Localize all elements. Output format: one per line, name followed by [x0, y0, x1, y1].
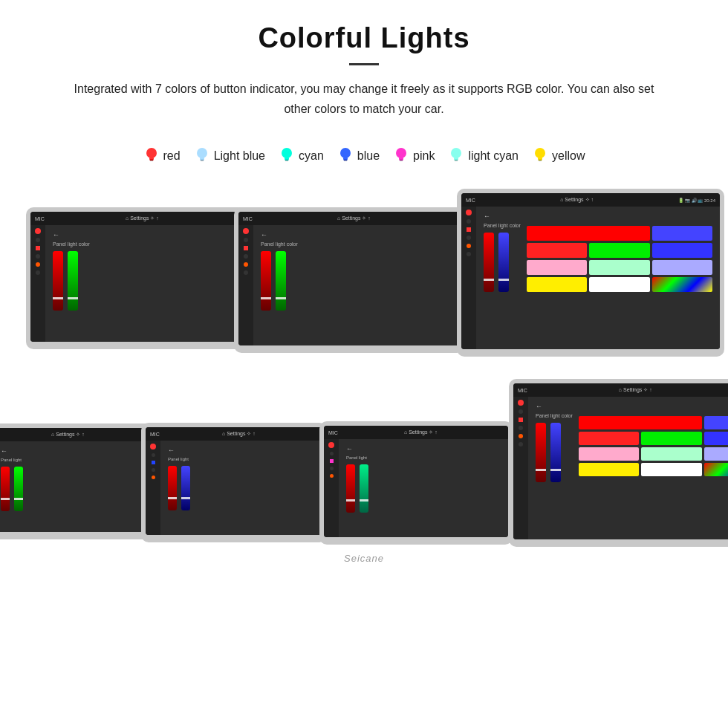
watermark: Seicane: [22, 547, 706, 568]
device-screen-top-3: MIC ⌂ Settings ✧ ↑ 🔋 📷 🔊 📺 20:24: [461, 193, 720, 349]
slider-blue-b2: [181, 466, 190, 510]
slider-blue-3: [498, 233, 509, 292]
svg-rect-14: [343, 160, 347, 161]
slider-red-b2: [168, 466, 177, 510]
slider-red-b3: [346, 464, 355, 513]
panel-light-label-b2: Panel light: [168, 457, 315, 461]
slider-red-3: [484, 233, 494, 292]
main-content: ← Panel light color: [45, 225, 244, 342]
sliders-b4: [536, 423, 573, 482]
color-grid-b4: [579, 416, 728, 533]
device-bottom-3: MIC ⌂ Settings ✧ ↑ ← Panel light: [319, 421, 513, 545]
svg-rect-26: [539, 160, 542, 161]
svg-rect-3: [150, 160, 153, 161]
panel-light-label-2: Panel light color: [261, 241, 452, 247]
color-cell-lavender: [652, 260, 712, 275]
sliders-container-3: [484, 233, 521, 292]
back-arrow-b2: ←: [168, 447, 315, 454]
device-bottom-1: MIC ⌂ Settings ✧ ↑ ← Panel light: [0, 423, 152, 539]
slider-green-b1: [14, 467, 23, 511]
color-cell-blue: [652, 226, 712, 241]
device-screen-bottom-1: MIC ⌂ Settings ✧ ↑ ← Panel light: [0, 428, 148, 532]
back-arrow-b4: ←: [536, 403, 573, 410]
bulb-icon-lightcyan: [448, 146, 464, 166]
svg-rect-11: [285, 160, 288, 161]
device-top-3: MIC ⌂ Settings ✧ ↑ 🔋 📷 🔊 📺 20:24: [457, 189, 724, 357]
sliders-b2: [168, 466, 315, 510]
page-title: Colorful Lights: [15, 22, 713, 54]
slider-red-2: [261, 251, 271, 311]
color-label-yellow: yellow: [552, 149, 585, 163]
slider-blue-b4: [550, 423, 561, 482]
panel-light-label: Panel light color: [53, 241, 237, 247]
color-cell-blue2: [652, 243, 712, 258]
color-grid: [527, 226, 712, 292]
bulb-icon-blue: [337, 146, 354, 166]
color-item-yellow: yellow: [532, 146, 585, 166]
screen-body-2: ← Panel light color: [238, 225, 460, 345]
bulb-icon-cyan: [279, 146, 295, 166]
panel-light-label-3: Panel light color: [484, 223, 521, 228]
back-arrow-2: ←: [261, 231, 452, 238]
back-arrow-b3: ←: [346, 445, 501, 452]
description-text: Integrated with 7 colors of button indic…: [59, 79, 669, 119]
svg-point-4: [197, 148, 207, 158]
svg-rect-2: [149, 160, 153, 161]
device-screen-bottom-2: MIC ⌂ Settings ✧ ↑ ← Panel light: [146, 427, 322, 535]
color-item-cyan: cyan: [279, 146, 324, 166]
bulb-icon-red: [143, 146, 160, 166]
slider-green-2: [276, 251, 286, 311]
sliders-b1: [1, 467, 140, 511]
device-top-1: MIC ⌂ Settings ✧ ↑ ← Panel: [26, 207, 249, 349]
svg-rect-27: [539, 160, 542, 161]
svg-rect-15: [344, 160, 347, 161]
device-screen-top-2: MIC ⌂ Settings ✧ ↑ ← Panel: [238, 212, 460, 345]
color-cell-mintgreen: [589, 260, 649, 275]
screen-topbar-b2: MIC ⌂ Settings ✧ ↑: [146, 427, 322, 441]
main-content-2: ← Panel light color: [253, 225, 460, 345]
side-dot-red: [35, 228, 41, 234]
bottom-devices-row: MIC ⌂ Settings ✧ ↑ ← Panel light: [22, 379, 706, 547]
device-top-2: MIC ⌂ Settings ✧ ↑ ← Panel: [234, 207, 464, 353]
svg-rect-19: [400, 160, 403, 161]
slider-green: [68, 251, 78, 311]
screen-topbar-b4: MIC ⌂ Settings ✧ ↑ 🔋 📷 20:24: [513, 383, 728, 397]
screen-body-b1: ← Panel light: [0, 441, 148, 532]
side-icons-3: [461, 207, 476, 349]
top-devices-row: MIC ⌂ Settings ✧ ↑ ← Panel: [22, 189, 706, 357]
page-header: Colorful Lights Integrated with 7 colors…: [0, 0, 728, 140]
color-grid-inner-b4: [579, 416, 728, 476]
color-cell-white: [589, 277, 649, 292]
svg-rect-22: [455, 160, 458, 161]
panel-light-label-b1: Panel light: [1, 458, 140, 462]
svg-rect-23: [455, 160, 458, 161]
screen-topbar-3: MIC ⌂ Settings ✧ ↑ 🔋 📷 🔊 📺 20:24: [461, 193, 720, 207]
main-content-3: ← Panel light color: [476, 207, 720, 349]
color-cell-green: [589, 243, 649, 258]
color-item-red: red: [143, 146, 181, 166]
device-screen-bottom-3: MIC ⌂ Settings ✧ ↑ ← Panel light: [324, 426, 508, 537]
color-label-cyan: cyan: [299, 149, 324, 163]
color-label-pink: pink: [413, 149, 435, 163]
slider-red-b4: [536, 423, 546, 482]
color-item-pink: pink: [393, 146, 435, 166]
svg-point-8: [282, 148, 292, 158]
device-screen-bottom-4: MIC ⌂ Settings ✧ ↑ 🔋 📷 20:24: [513, 383, 728, 539]
slider-teal-b3: [360, 464, 368, 513]
side-icons-2: [238, 225, 253, 345]
svg-point-0: [146, 148, 157, 158]
main-content-b2: ← Panel light: [160, 441, 322, 535]
screen-topbar-2: MIC ⌂ Settings ✧ ↑: [238, 212, 460, 225]
sliders-container-2: [261, 251, 452, 311]
svg-point-12: [340, 148, 351, 158]
screen-body: ← Panel light color: [30, 225, 244, 342]
back-arrow-b1: ←: [1, 447, 140, 455]
color-item-blue: blue: [337, 146, 380, 166]
devices-section: MIC ⌂ Settings ✧ ↑ ← Panel: [0, 181, 728, 582]
svg-rect-10: [285, 160, 289, 161]
device-bottom-4: MIC ⌂ Settings ✧ ↑ 🔋 📷 20:24: [509, 379, 728, 547]
color-cell-yellow: [527, 277, 587, 292]
screen-topbar: MIC ⌂ Settings ✧ ↑: [30, 212, 244, 225]
side-icons: [30, 225, 45, 342]
color-label-lightblue: Light blue: [214, 149, 265, 163]
